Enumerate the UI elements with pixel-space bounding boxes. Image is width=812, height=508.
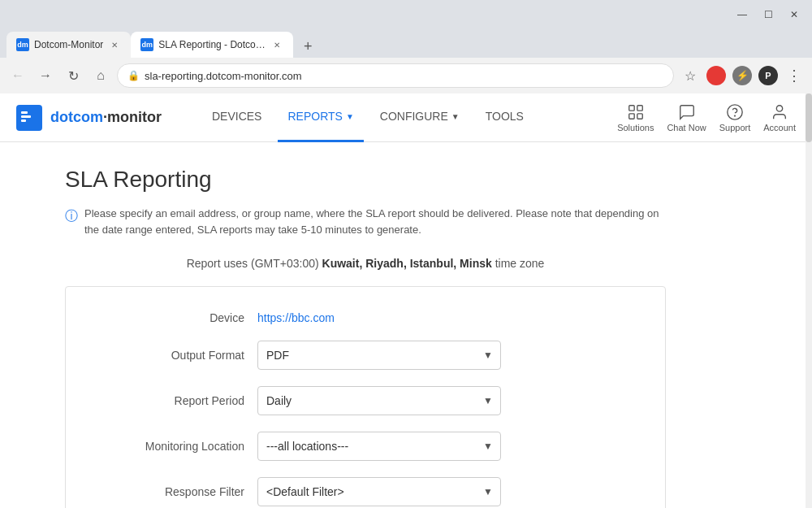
ext-icon-dark-button[interactable]: P <box>757 64 780 87</box>
monitoring-location-select[interactable]: ---all locations--- <box>257 432 501 461</box>
svg-rect-1 <box>21 115 31 118</box>
star-button[interactable]: ☆ <box>679 64 702 87</box>
response-filter-select[interactable]: <Default Filter> <box>257 477 501 506</box>
menu-button[interactable]: ⋮ <box>783 64 806 87</box>
monitoring-location-row: Monitoring Location ---all locations--- … <box>98 432 633 461</box>
svg-rect-3 <box>629 105 634 110</box>
timezone-note: Report uses (GMT+03:00) Kuwait, Riyadh, … <box>65 257 666 270</box>
monitoring-location-label: Monitoring Location <box>98 440 244 453</box>
nav-tools[interactable]: TOOLS <box>476 93 533 142</box>
tab-close-button[interactable]: ✕ <box>108 38 121 51</box>
main-content: SLA Reporting ⓘ Please specify an email … <box>0 142 731 508</box>
nav-configure[interactable]: CONFIGURE ▼ <box>370 93 469 142</box>
info-message-text: Please specify an email address, or grou… <box>84 206 666 237</box>
star-icon: ☆ <box>685 68 696 84</box>
configure-chevron-icon: ▼ <box>451 112 460 121</box>
account-button[interactable]: Account <box>763 103 796 132</box>
chat-button[interactable]: Chat Now <box>667 103 706 132</box>
tab-close-active-button[interactable]: ✕ <box>270 38 283 51</box>
solutions-button[interactable]: Solutions <box>617 103 654 132</box>
close-button[interactable]: ✕ <box>783 3 806 26</box>
form-card: Device https://bbc.com Output Format PDF… <box>65 286 666 508</box>
extension-gray-icon: ⚡ <box>732 66 752 85</box>
ext-icon-red-button[interactable] <box>705 64 728 87</box>
response-filter-row: Response Filter <Default Filter> ▼ <box>98 477 633 506</box>
logo-text: dotcom·monitor <box>50 109 162 126</box>
svg-rect-0 <box>21 111 28 114</box>
scrollbar-thumb[interactable] <box>806 93 812 142</box>
solutions-label: Solutions <box>617 123 654 132</box>
svg-point-8 <box>735 115 736 116</box>
device-link[interactable]: https://bbc.com <box>257 311 335 324</box>
support-label: Support <box>719 123 751 132</box>
browser-titlebar: — ☐ ✕ <box>0 0 812 28</box>
menu-icon: ⋮ <box>787 67 801 85</box>
report-period-select[interactable]: Daily Weekly Monthly <box>257 386 501 415</box>
minimize-button[interactable]: — <box>731 3 754 26</box>
chat-label: Chat Now <box>667 123 706 132</box>
info-icon: ⓘ <box>65 206 78 226</box>
response-filter-select-wrapper: <Default Filter> ▼ <box>257 477 501 506</box>
url-text: sla-reporting.dotcom-monitor.com <box>145 70 302 82</box>
account-label: Account <box>763 123 796 132</box>
nav-tools-label: TOOLS <box>486 110 524 123</box>
device-row: Device https://bbc.com <box>98 311 633 324</box>
support-button[interactable]: Support <box>719 103 751 132</box>
tab-favicon: dm <box>16 38 29 51</box>
reports-chevron-icon: ▼ <box>346 112 354 121</box>
svg-rect-4 <box>637 105 642 110</box>
browser-omnibox: ← → ↻ ⌂ 🔒 sla-reporting.dotcom-monitor.c… <box>0 58 812 93</box>
report-period-label: Report Period <box>98 394 244 407</box>
nav-reports[interactable]: REPORTS ▼ <box>278 93 363 142</box>
report-period-row: Report Period Daily Weekly Monthly ▼ <box>98 386 633 415</box>
svg-point-9 <box>776 105 782 111</box>
svg-rect-5 <box>629 113 634 118</box>
browser-tabs: dm Dotcom-Monitor ✕ dm SLA Reporting - D… <box>0 28 812 58</box>
tab-sla-reporting[interactable]: dm SLA Reporting - Dotcom-Monito... ✕ <box>131 32 293 58</box>
logo-area: dotcom·monitor <box>16 105 162 131</box>
forward-button[interactable]: → <box>34 64 57 87</box>
back-button[interactable]: ← <box>6 64 29 87</box>
nav-items: DEVICES REPORTS ▼ CONFIGURE ▼ TOOLS <box>202 93 593 142</box>
monitoring-location-select-wrapper: ---all locations--- ▼ <box>257 432 501 461</box>
nav-right: Solutions Chat Now Support <box>617 103 796 132</box>
nav-devices-label: DEVICES <box>212 110 261 123</box>
tab-dotcom-monitor[interactable]: dm Dotcom-Monitor ✕ <box>6 32 131 58</box>
maximize-button[interactable]: ☐ <box>757 3 780 26</box>
new-tab-button[interactable]: + <box>296 35 319 58</box>
logo-icon <box>16 105 42 131</box>
app-container: dotcom·monitor DEVICES REPORTS ▼ CONFIGU… <box>0 93 812 508</box>
page-title: SLA Reporting <box>65 167 666 193</box>
nav-devices[interactable]: DEVICES <box>202 93 271 142</box>
extension-red-icon <box>706 66 726 85</box>
refresh-button[interactable]: ↻ <box>62 64 84 87</box>
device-label: Device <box>98 311 244 324</box>
svg-point-7 <box>728 104 742 119</box>
info-message: ⓘ Please specify an email address, or gr… <box>65 206 666 237</box>
response-filter-label: Response Filter <box>98 485 244 498</box>
lock-icon: 🔒 <box>127 70 140 81</box>
tab-favicon-active: dm <box>140 38 153 51</box>
home-button[interactable]: ⌂ <box>89 64 112 87</box>
output-format-select[interactable]: PDF Excel CSV <box>257 341 501 370</box>
output-format-select-wrapper: PDF Excel CSV ▼ <box>257 341 501 370</box>
output-format-label: Output Format <box>98 349 244 362</box>
ext-icon-gray-button[interactable]: ⚡ <box>731 64 754 87</box>
extension-dark-icon: P <box>758 66 778 85</box>
timezone-cities: Kuwait, Riyadh, Istanbul, Minsk <box>322 257 492 270</box>
output-format-row: Output Format PDF Excel CSV ▼ <box>98 341 633 370</box>
report-period-select-wrapper: Daily Weekly Monthly ▼ <box>257 386 501 415</box>
svg-rect-6 <box>637 113 642 118</box>
url-bar[interactable]: 🔒 sla-reporting.dotcom-monitor.com <box>117 63 674 88</box>
top-nav: dotcom·monitor DEVICES REPORTS ▼ CONFIGU… <box>0 93 812 142</box>
nav-reports-label: REPORTS <box>287 110 342 123</box>
svg-rect-2 <box>21 119 26 122</box>
tab-label: Dotcom-Monitor <box>34 39 103 50</box>
tab-label-active: SLA Reporting - Dotcom-Monito... <box>158 39 266 50</box>
nav-configure-label: CONFIGURE <box>380 110 448 123</box>
scrollbar[interactable] <box>806 93 812 508</box>
